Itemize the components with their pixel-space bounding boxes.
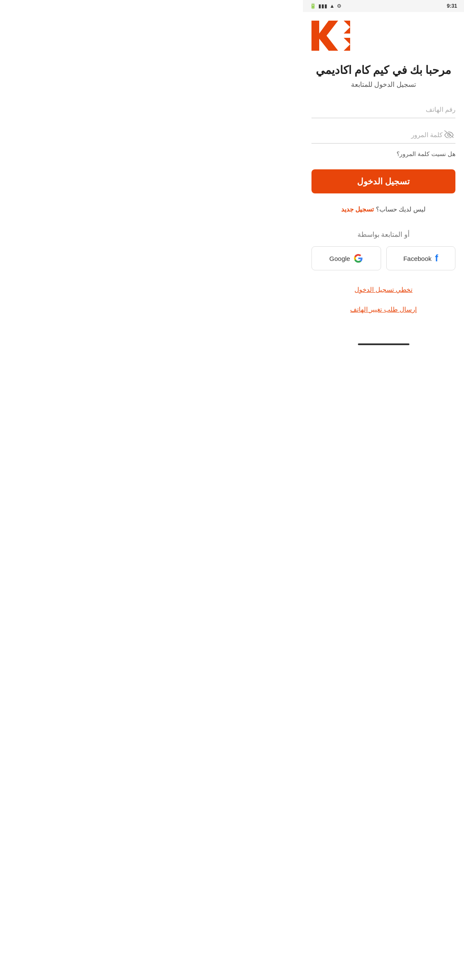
home-bar <box>358 343 409 345</box>
login-button[interactable]: تسجيل الدخول <box>311 169 455 193</box>
status-time: 9:31 <box>447 3 457 9</box>
gear-icon: ⚙ <box>337 3 342 9</box>
battery-icon: 🔋 <box>310 3 316 9</box>
facebook-login-button[interactable]: f Facebook <box>386 246 456 270</box>
welcome-title: مرحبا بك في كيم كام اكاديمي <box>311 64 455 77</box>
main-container: مرحبا بك في كيم كام اكاديمي تسجيل الدخول… <box>303 12 464 339</box>
password-input-group <box>311 127 455 144</box>
home-indicator <box>303 339 464 347</box>
password-input[interactable] <box>311 127 443 143</box>
skip-login-link[interactable]: تخطي تسجيل الدخول <box>354 286 412 294</box>
forgot-password-link[interactable]: هل نسيت كلمة المرور؟ <box>311 150 455 157</box>
or-text: أو المتابعة بواسطة <box>311 230 455 239</box>
svg-marker-2 <box>335 38 350 51</box>
google-label: Google <box>330 255 350 262</box>
logo-container <box>311 21 455 55</box>
facebook-icon: f <box>435 253 438 264</box>
welcome-subtitle: تسجيل الدخول للمتابعة <box>311 80 455 89</box>
google-login-button[interactable]: Google <box>311 246 381 270</box>
wifi-icon: ▲ <box>330 3 335 9</box>
signal-icon: ▮▮▮ <box>318 3 327 9</box>
social-buttons-row: f Facebook Google <box>311 246 455 270</box>
phone-input-group <box>311 101 455 118</box>
change-phone-link[interactable]: إرسال طلب تغيير الهاتف <box>350 306 417 313</box>
register-link[interactable]: تسجيل جديد <box>341 205 374 213</box>
register-row: ليس لديك حساب؟ تسجيل جديد <box>341 205 426 213</box>
app-logo <box>311 21 350 55</box>
status-icons: ⚙ ▲ ▮▮▮ 🔋 <box>310 3 342 9</box>
svg-marker-0 <box>311 21 338 51</box>
phone-input[interactable] <box>311 101 455 118</box>
google-icon <box>354 254 363 263</box>
register-text: ليس لديك حساب؟ <box>376 205 426 213</box>
facebook-label: Facebook <box>403 255 432 262</box>
svg-marker-1 <box>335 21 350 34</box>
toggle-password-icon[interactable] <box>443 130 455 140</box>
status-bar: 9:31 ⚙ ▲ ▮▮▮ 🔋 <box>303 0 464 12</box>
